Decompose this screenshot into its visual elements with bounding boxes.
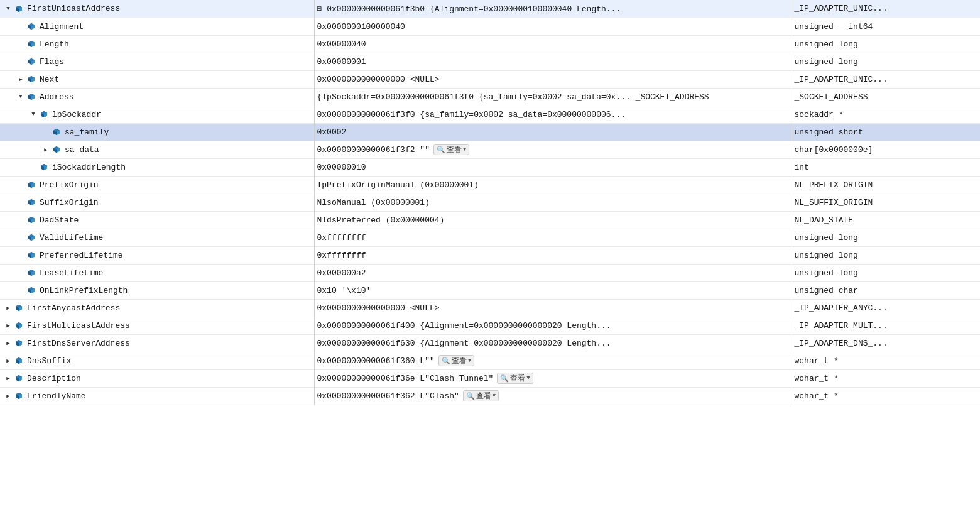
expand-button[interactable]: ▶ <box>4 374 13 383</box>
variable-name: PreferredLifetime <box>40 251 123 260</box>
value-cell: 0x00000000000061f3f0 {sa_family=0x0002 s… <box>314 106 792 123</box>
table-row[interactable]: ▶ sa_data0x00000000000061f3f2 ""🔍查看▼char… <box>0 141 980 158</box>
expand-button[interactable]: ▶ <box>4 303 13 312</box>
collapse-button[interactable]: ▼ <box>16 92 25 101</box>
table-row[interactable]: ▶ Next0x0000000000000000 <NULL>_IP_ADAPT… <box>0 70 980 88</box>
value-cell: 0x00000000000061f360 L""🔍查看▼ <box>314 352 792 369</box>
expand-button[interactable]: ▶ <box>41 145 50 154</box>
name-cell: ValidLifetime <box>0 229 314 246</box>
value-cell: 0x00000010 <box>314 158 792 176</box>
value-cell: ⊟ 0x00000000000061f3b0 {Alignment=0x0000… <box>314 0 792 18</box>
variable-value: {lpSockaddr=0x00000000000061f3f0 {sa_fam… <box>317 92 709 102</box>
name-cell: PrefixOrigin <box>0 176 314 194</box>
table-row[interactable]: DadStateNldsPreferred (0x00000004)NL_DAD… <box>0 211 980 229</box>
table-row[interactable]: ▶ FirstMulticastAddress0x00000000000061f… <box>0 317 980 334</box>
variable-icon <box>14 356 24 366</box>
table-row[interactable]: ▶ DnsSuffix0x00000000000061f360 L""🔍查看▼w… <box>0 352 980 369</box>
variable-icon <box>39 109 49 119</box>
table-row[interactable]: ▼ Address{lpSockaddr=0x00000000000061f3f… <box>0 88 980 106</box>
variable-name: FirstUnicastAddress <box>27 4 120 13</box>
variable-value: NldsPreferred (0x00000004) <box>317 215 445 225</box>
view-button[interactable]: 🔍查看▼ <box>433 144 469 155</box>
search-icon: 🔍 <box>442 357 450 365</box>
value-cell: NldsPreferred (0x00000004) <box>314 211 792 229</box>
variable-icon <box>26 21 36 31</box>
table-row[interactable]: PreferredLifetime0xffffffffunsigned long <box>0 246 980 264</box>
expand-button[interactable]: ▶ <box>16 75 25 84</box>
type-cell: unsigned __int64 <box>792 18 980 35</box>
table-row[interactable]: ▼ lpSockaddr0x00000000000061f3f0 {sa_fam… <box>0 106 980 123</box>
table-row[interactable]: iSockaddrLength0x00000010int <box>0 158 980 176</box>
variable-value: 0x00000001 <box>317 57 366 67</box>
view-button[interactable]: 🔍查看▼ <box>497 373 533 384</box>
variable-name: PrefixOrigin <box>40 180 99 190</box>
type-cell: unsigned long <box>792 53 980 70</box>
search-icon: 🔍 <box>437 146 445 154</box>
view-button[interactable]: 🔍查看▼ <box>463 390 499 401</box>
variable-name: DadState <box>40 215 79 225</box>
table-row[interactable]: sa_family0x0002unsigned short <box>0 123 980 141</box>
table-row[interactable]: SuffixOriginNlsoManual (0x00000001)NL_SU… <box>0 194 980 211</box>
type-cell: unsigned long <box>792 264 980 281</box>
name-cell: SuffixOrigin <box>0 194 314 211</box>
value-cell: 0x0000000000000000 <NULL> <box>314 70 792 88</box>
variable-icon <box>26 180 36 190</box>
table-row[interactable]: Flags0x00000001unsigned long <box>0 53 980 70</box>
search-icon: 🔍 <box>500 374 509 383</box>
name-cell: ▶ FirstAnycastAddress <box>0 299 314 317</box>
variable-name: LeaseLifetime <box>40 268 103 278</box>
name-cell: DadState <box>0 211 314 229</box>
variable-value: 0x00000000000061f362 L"Clash" <box>317 391 459 401</box>
type-cell: _IP_ADAPTER_DNS_... <box>792 334 980 352</box>
variable-value: 0x0000000000000000 <NULL> <box>317 303 440 313</box>
view-label: 查看 <box>447 145 462 155</box>
table-row[interactable]: Alignment0x0000000100000040unsigned __in… <box>0 18 980 35</box>
variable-name: FirstMulticastAddress <box>27 321 130 330</box>
collapse-button[interactable]: ▼ <box>29 110 38 119</box>
variable-value: 0x00000000000061f360 L"" <box>317 356 435 366</box>
table-row[interactable]: ▼ FirstUnicastAddress⊟ 0x00000000000061f… <box>0 0 980 18</box>
variable-icon <box>52 127 62 137</box>
variable-icon <box>26 268 36 278</box>
collapse-button[interactable]: ▼ <box>4 4 13 13</box>
variable-name: OnLinkPrefixLength <box>40 286 128 295</box>
name-cell: Alignment <box>0 18 314 35</box>
variable-value: 0x0000000100000040 <box>317 22 405 31</box>
variable-value: 0x00000000000061f3f0 {sa_family=0x0002 s… <box>317 110 626 119</box>
variable-value: 0xffffffff <box>317 233 366 243</box>
table-row[interactable]: Length0x00000040unsigned long <box>0 35 980 53</box>
table-row[interactable]: LeaseLifetime0x000000a2unsigned long <box>0 264 980 281</box>
type-cell: unsigned long <box>792 229 980 246</box>
expand-button[interactable]: ▶ <box>4 339 13 347</box>
table-row[interactable]: OnLinkPrefixLength0x10 '\x10'unsigned ch… <box>0 281 980 299</box>
expand-button[interactable]: ▶ <box>4 356 13 365</box>
dropdown-arrow-icon[interactable]: ▼ <box>526 375 530 381</box>
table-row[interactable]: PrefixOriginIpPrefixOriginManual (0x0000… <box>0 176 980 194</box>
value-cell: 0x0000000000000000 <NULL> <box>314 299 792 317</box>
variable-icon <box>52 145 62 155</box>
variable-icon <box>26 39 36 49</box>
view-button[interactable]: 🔍查看▼ <box>438 355 474 366</box>
value-cell: 0xffffffff <box>314 246 792 264</box>
table-row[interactable]: ValidLifetime0xffffffffunsigned long <box>0 229 980 246</box>
dropdown-arrow-icon[interactable]: ▼ <box>463 146 466 153</box>
expand-button[interactable]: ▶ <box>4 391 13 400</box>
type-cell: unsigned long <box>792 35 980 53</box>
type-cell: _IP_ADAPTER_ANYC... <box>792 299 980 317</box>
table-row[interactable]: ▶ FirstDnsServerAddress0x00000000000061f… <box>0 334 980 352</box>
expand-button[interactable]: ▶ <box>4 321 13 330</box>
variable-icon <box>26 74 36 84</box>
table-row[interactable]: ▶ FriendlyName0x00000000000061f362 L"Cla… <box>0 387 980 405</box>
variable-value: 0x00000040 <box>317 40 366 49</box>
variable-icon <box>14 4 24 14</box>
table-row[interactable]: ▶ Description0x00000000000061f36e L"Clas… <box>0 369 980 387</box>
value-cell: {lpSockaddr=0x00000000000061f3f0 {sa_fam… <box>314 88 792 106</box>
table-row[interactable]: ▶ FirstAnycastAddress0x0000000000000000 … <box>0 299 980 317</box>
variable-name: sa_data <box>65 145 99 155</box>
dropdown-arrow-icon[interactable]: ▼ <box>493 393 496 399</box>
type-cell: _IP_ADAPTER_UNIC... <box>792 0 980 18</box>
dropdown-arrow-icon[interactable]: ▼ <box>468 357 471 364</box>
variable-value: 0x00000000000061f3f2 "" <box>317 145 430 155</box>
type-cell: _IP_ADAPTER_UNIC... <box>792 70 980 88</box>
value-cell: 0x00000000000061f3f2 ""🔍查看▼ <box>314 141 792 158</box>
